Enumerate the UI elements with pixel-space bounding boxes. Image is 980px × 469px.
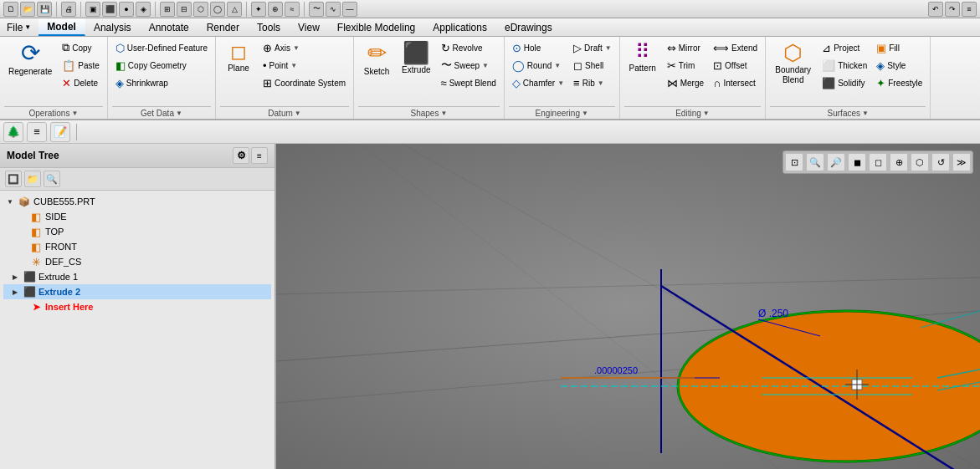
more-btn[interactable]: ≡ — [962, 2, 977, 17]
tree-item-side[interactable]: ▶ ◧ SIDE — [3, 209, 271, 224]
menu-render[interactable]: Render — [198, 18, 249, 36]
tree-item-insert-here[interactable]: ▶ ➤ Insert Here — [3, 299, 271, 314]
zoom-out-btn[interactable]: 🔎 — [827, 153, 845, 171]
menu-file[interactable]: File ▼ — [0, 18, 38, 36]
fill-button[interactable]: ▣ Fill — [873, 39, 926, 56]
boundary-blend-button[interactable]: ⬡ Boundary Blend — [770, 39, 816, 88]
zoom-in-btn[interactable]: 🔍 — [806, 153, 824, 171]
shapes-group-label[interactable]: Shapes ▼ — [358, 106, 500, 119]
menu-edrawings[interactable]: eDrawings — [496, 18, 562, 36]
copy-button[interactable]: ⧉ Copy — [59, 39, 103, 56]
tree-item-extrude1[interactable]: ▶ ⬛ Extrude 1 — [3, 269, 271, 284]
icon3[interactable]: ● — [119, 2, 134, 17]
menu-tools[interactable]: Tools — [249, 18, 290, 36]
print-btn[interactable]: 🖨 — [61, 2, 76, 17]
tree-settings-btn[interactable]: ⚙ — [233, 147, 249, 164]
view-mgr-btn[interactable]: ⬡ — [911, 153, 929, 171]
icon8[interactable]: ◯ — [210, 2, 225, 17]
icon6[interactable]: ⊟ — [177, 2, 192, 17]
tree-item-front[interactable]: ▶ ◧ FRONT — [3, 239, 271, 254]
thicken-button[interactable]: ⬜ Thicken — [818, 57, 870, 74]
draft-button[interactable]: ▷ Draft ▼ — [570, 39, 615, 56]
menu-model[interactable]: Model — [38, 18, 85, 36]
feature-list-toggle[interactable]: ≡ — [27, 122, 47, 142]
tree-btn1[interactable]: 🔲 — [5, 171, 22, 187]
hole-button[interactable]: ⊙ Hole — [509, 39, 567, 56]
mirror-button[interactable]: ⇔ Mirror — [664, 39, 707, 56]
trim-button[interactable]: ✂ Trim — [664, 57, 707, 74]
tree-item-defcs[interactable]: ▶ ✳ DEF_CS — [3, 254, 271, 269]
plane-button[interactable]: ◻ Plane — [220, 39, 257, 76]
get-data-group-label[interactable]: Get Data ▼ — [112, 106, 211, 119]
open-btn[interactable]: 📂 — [20, 2, 35, 17]
icon2[interactable]: ⬛ — [102, 2, 117, 17]
menu-applications[interactable]: Applications — [424, 18, 496, 36]
wireframe-btn[interactable]: ◻ — [869, 153, 887, 171]
shrinkwrap-button[interactable]: ◈ Shrinkwrap — [112, 74, 211, 91]
menu-annotate[interactable]: Annotate — [141, 18, 198, 36]
extrude-button[interactable]: ⬛ Extrude — [398, 39, 434, 78]
revolve-button[interactable]: ↻ Revolve — [438, 39, 500, 56]
project-button[interactable]: ⊿ Project — [818, 39, 870, 56]
menu-view[interactable]: View — [290, 18, 329, 36]
chamfer-button[interactable]: ◇ Chamfer ▼ — [509, 74, 567, 91]
tree-search-btn[interactable]: ≡ — [251, 147, 268, 164]
style-button[interactable]: ◈ Style — [873, 57, 926, 74]
menu-flexible-modeling[interactable]: Flexible Modeling — [329, 18, 424, 36]
icon10[interactable]: ✦ — [251, 2, 266, 17]
more-view-btn[interactable]: ≫ — [952, 153, 971, 171]
rib-button[interactable]: ≡ Rib ▼ — [570, 74, 615, 91]
point-button[interactable]: • Point ▼ — [259, 57, 349, 74]
operations-group-label[interactable]: Operations ▼ — [4, 106, 103, 119]
tree-item-extrude2[interactable]: ▶ ⬛ Extrude 2 — [3, 284, 271, 299]
new-file-btn[interactable]: 🗋 — [3, 2, 18, 17]
icon14[interactable]: ∿ — [326, 2, 341, 17]
icon1[interactable]: ▣ — [85, 2, 100, 17]
menu-analysis[interactable]: Analysis — [85, 18, 141, 36]
solidify-button[interactable]: ⬛ Solidify — [818, 74, 870, 91]
redo-btn[interactable]: ↷ — [945, 2, 960, 17]
sweep-button[interactable]: 〜 Sweep ▼ — [438, 57, 500, 74]
round-button[interactable]: ◯ Round ▼ — [509, 57, 567, 74]
datum-group-label[interactable]: Datum ▼ — [220, 106, 349, 119]
icon4[interactable]: ◈ — [136, 2, 151, 17]
tree-btn3[interactable]: 🔍 — [44, 171, 60, 187]
editing-group-label[interactable]: Editing ▼ — [624, 106, 762, 119]
paste-button[interactable]: 📋 Paste — [59, 57, 103, 74]
undo-btn[interactable]: ↶ — [928, 2, 943, 17]
intersect-button[interactable]: ∩ Intersect — [710, 74, 761, 91]
spin-btn[interactable]: ↺ — [931, 153, 950, 171]
icon5[interactable]: ⊞ — [160, 2, 175, 17]
icon15[interactable]: — — [342, 2, 357, 17]
extend-button[interactable]: ⟺ Extend — [710, 39, 761, 56]
save-btn[interactable]: 💾 — [37, 2, 52, 17]
pattern-button[interactable]: ⠿ Pattern — [624, 39, 661, 76]
shell-button[interactable]: ◻ Shell — [570, 57, 615, 74]
shading-btn[interactable]: ◼ — [848, 153, 866, 171]
copy-geometry-button[interactable]: ◧ Copy Geometry — [112, 57, 211, 74]
offset-button[interactable]: ⊡ Offset — [710, 57, 761, 74]
orient-btn[interactable]: ⊕ — [890, 153, 908, 171]
icon11[interactable]: ⊕ — [268, 2, 283, 17]
viewport[interactable]: Ø .250 .00000250 ⊡ 🔍 🔎 ◼ ◻ ⊕ ⬡ ↺ ≫ — [276, 144, 980, 469]
tree-item-cube555[interactable]: ▼ 📦 CUBE555.PRT — [3, 194, 271, 209]
icon12[interactable]: ≈ — [285, 2, 300, 17]
engineering-group-label[interactable]: Engineering ▼ — [509, 106, 615, 119]
surfaces-group-label[interactable]: Surfaces ▼ — [770, 106, 926, 119]
coordinate-system-button[interactable]: ⊞ Coordinate System — [259, 74, 349, 91]
icon9[interactable]: △ — [227, 2, 242, 17]
user-defined-feature-button[interactable]: ⬡ User-Defined Feature — [112, 39, 211, 56]
tree-btn2[interactable]: 📁 — [24, 171, 41, 187]
zoom-fit-btn[interactable]: ⊡ — [785, 153, 803, 171]
merge-button[interactable]: ⋈ Merge — [664, 74, 707, 91]
tree-item-top[interactable]: ▶ ◧ TOP — [3, 224, 271, 239]
icon13[interactable]: 〜 — [309, 2, 324, 17]
icon7[interactable]: ⬡ — [193, 2, 208, 17]
axis-button[interactable]: ⊕ Axis ▼ — [259, 39, 349, 56]
swept-blend-button[interactable]: ≈ Swept Blend — [438, 74, 500, 91]
regenerate-button[interactable]: ⟳ Regenerate — [4, 39, 56, 79]
freestyle-button[interactable]: ✦ Freestyle — [873, 74, 926, 91]
sketch-button[interactable]: ✏ Sketch — [358, 39, 395, 79]
delete-button[interactable]: ✕ Delete — [59, 74, 103, 91]
notation-toggle[interactable]: 📝 — [50, 122, 70, 142]
